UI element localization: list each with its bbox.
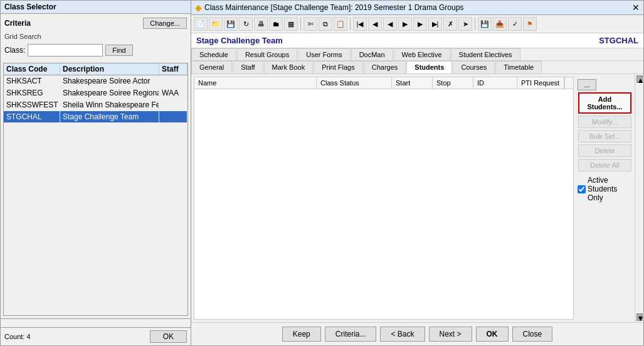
tab-student-electives[interactable]: Student Electives — [451, 48, 520, 60]
back-button[interactable]: < Back — [380, 327, 425, 342]
toolbar-separator-3 — [475, 18, 475, 30]
tab-result-groups[interactable]: Result Groups — [237, 48, 297, 60]
left-ok-button[interactable]: OK — [150, 330, 187, 343]
right-title-bar: ◆ Class Maintenance [Stage Challenge Tea… — [191, 1, 643, 15]
grid-search-label: Grid Search — [4, 33, 187, 40]
class-grid-scroll: SHKSACT Shakespeare Soiree Actor SHKSREG… — [4, 75, 187, 315]
cell-staff: WAA — [159, 87, 187, 99]
cell-staff — [159, 75, 187, 87]
left-panel-footer: Count: 4 OK — [1, 327, 191, 345]
delete-button[interactable]: Delete — [578, 144, 631, 157]
table-row[interactable]: STGCHAL Stage Challenge Team — [4, 111, 187, 123]
toolbar-save[interactable]: 💾 — [224, 17, 238, 31]
scroll-down-arrow[interactable]: ▼ — [636, 313, 643, 321]
toolbar-first[interactable]: |◀ — [353, 17, 367, 31]
tab-schedule[interactable]: Schedule — [191, 48, 236, 60]
bulk-set-button[interactable]: Bulk Set... — [578, 130, 631, 143]
modify-button[interactable]: Modify... — [578, 116, 631, 128]
count-label: Count: 4 — [4, 333, 31, 340]
tab-students[interactable]: Students — [406, 61, 452, 73]
change-button[interactable]: Change... — [143, 18, 187, 29]
ok-button[interactable]: OK — [476, 327, 509, 342]
toolbar-last[interactable]: ▶| — [428, 17, 442, 31]
vertical-scrollbar[interactable]: ▲ ▼ — [635, 74, 643, 322]
toolbar-separator-2 — [350, 18, 351, 30]
cell-code: SHKSREG — [4, 87, 60, 99]
tab-staff[interactable]: Staff — [233, 61, 263, 73]
class-input[interactable] — [28, 44, 103, 57]
toolbar-paste[interactable]: 📋 — [334, 17, 347, 31]
table-row[interactable]: SHKSSWFEST Sheila Winn Shakespeare Festi… — [4, 99, 187, 111]
toolbar-prev2[interactable]: ◀ — [383, 17, 397, 31]
tabs-row1: Schedule Result Groups User Forms DocMan… — [191, 48, 643, 61]
tab-courses[interactable]: Courses — [453, 61, 495, 73]
class-maintenance-panel: ◆ Class Maintenance [Stage Challenge Tea… — [191, 0, 644, 346]
toolbar-flag[interactable]: ⚑ — [523, 17, 537, 31]
class-grid-header: Class Code Description Staff — [4, 63, 187, 75]
header-start: Start — [392, 77, 433, 89]
keep-button[interactable]: Keep — [282, 327, 321, 342]
tab-user-forms[interactable]: User Forms — [298, 48, 350, 60]
add-students-button[interactable]: Add Students... — [578, 92, 631, 114]
scroll-up-arrow[interactable]: ▲ — [636, 75, 643, 83]
tab-docman[interactable]: DocMan — [351, 48, 393, 60]
criteria-section: Criteria Change... Grid Search Class: Fi… — [1, 14, 191, 60]
header-class-code: Class Code — [4, 63, 60, 75]
header-pti: PTI Request — [517, 77, 564, 89]
horizontal-scrollbar[interactable] — [1, 318, 191, 327]
students-grid: Name Class Status Start Stop ID PTI Requ… — [194, 77, 574, 320]
table-row[interactable]: SHKSACT Shakespeare Soiree Actor — [4, 75, 187, 87]
toolbar-prev[interactable]: ◀ — [368, 17, 382, 31]
toolbar-print[interactable]: 🖶 — [254, 17, 268, 31]
tab-charges[interactable]: Charges — [364, 61, 406, 73]
close-button[interactable]: Close — [512, 327, 553, 342]
toolbar-open[interactable]: 📁 — [209, 17, 223, 31]
table-row[interactable]: SHKSREG Shakespeare Soiree Regional WAA — [4, 87, 187, 99]
delete-all-button[interactable]: Delete All — [578, 159, 631, 171]
toolbar-copy[interactable]: ⧉ — [319, 17, 332, 31]
cell-code: SHKSACT — [4, 75, 60, 87]
toolbar-new[interactable]: 📄 — [194, 17, 208, 31]
cell-code: SHKSSWFEST — [4, 99, 60, 111]
tab-web-elective[interactable]: Web Elective — [394, 48, 450, 60]
class-grid: Class Code Description Staff SHKSACT Sha… — [3, 63, 188, 316]
toolbar-arrow-right[interactable]: ➤ — [458, 17, 472, 31]
class-selector-panel: Class Selector Criteria Change... Grid S… — [0, 0, 191, 346]
toolbar-refresh[interactable]: ↻ — [239, 17, 253, 31]
cell-desc: Sheila Winn Shakespeare Festival — [60, 99, 159, 111]
header-staff: Staff — [159, 63, 187, 75]
header-stop: Stop — [433, 77, 473, 89]
cell-desc: Shakespeare Soiree Regional — [60, 87, 159, 99]
toolbar-next[interactable]: ▶ — [413, 17, 427, 31]
toolbar-preview[interactable]: 🖿 — [269, 17, 283, 31]
class-code-display: STGCHAL — [599, 36, 638, 45]
toolbar-import[interactable]: 📥 — [493, 17, 507, 31]
students-grid-header: Name Class Status Start Stop ID PTI Requ… — [194, 77, 573, 89]
tab-general[interactable]: General — [191, 61, 232, 73]
tab-timetable[interactable]: Timetable — [495, 61, 542, 73]
toolbar-next2[interactable]: ▶ — [398, 17, 412, 31]
toolbar-delete[interactable]: ✗ — [443, 17, 457, 31]
tab-mark-book[interactable]: Mark Book — [264, 61, 314, 73]
toolbar-check[interactable]: ✓ — [508, 17, 522, 31]
class-label: Class: — [4, 46, 25, 55]
cell-staff — [159, 111, 187, 122]
next-button[interactable]: Next > — [429, 327, 472, 342]
maintenance-icon: ◆ — [195, 3, 202, 13]
close-icon[interactable]: ✕ — [632, 3, 640, 13]
right-title-text: Class Maintenance [Stage Challenge Team]… — [204, 3, 463, 12]
toolbar-separator-1 — [300, 18, 301, 30]
criteria-button[interactable]: Criteria... — [325, 327, 377, 342]
active-checkbox[interactable] — [578, 185, 586, 193]
toolbar-cut[interactable]: ✄ — [304, 17, 317, 31]
header-name: Name — [194, 77, 317, 89]
scroll-top-corner — [564, 77, 573, 89]
toolbar-export[interactable]: 💾 — [478, 17, 492, 31]
active-students-label: ActiveStudents Only — [588, 176, 632, 202]
find-button[interactable]: Find — [105, 45, 132, 56]
toolbar-grid[interactable]: ▦ — [284, 17, 298, 31]
cell-desc: Shakespeare Soiree Actor — [60, 75, 159, 87]
header-description: Description — [60, 63, 159, 75]
tab-print-flags[interactable]: Print Flags — [314, 61, 363, 73]
dots-button[interactable]: ... — [578, 79, 596, 90]
